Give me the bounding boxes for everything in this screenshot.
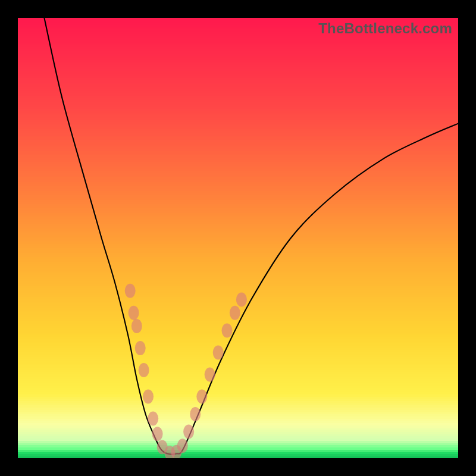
bottleneck-curve bbox=[44, 18, 458, 455]
bead-marker bbox=[183, 425, 194, 439]
bead-marker bbox=[196, 389, 207, 403]
chart-frame: TheBottleneck.com bbox=[0, 0, 476, 476]
bead-marker bbox=[152, 427, 163, 441]
bead-marker bbox=[222, 323, 233, 337]
plot-area: TheBottleneck.com bbox=[18, 18, 458, 458]
bead-marker bbox=[236, 293, 247, 307]
bead-marker bbox=[205, 367, 215, 381]
bead-markers bbox=[125, 284, 247, 458]
curve-layer bbox=[18, 18, 458, 458]
bead-marker bbox=[125, 284, 136, 298]
bead-marker bbox=[139, 363, 149, 377]
bead-marker bbox=[129, 306, 139, 320]
bead-marker bbox=[230, 306, 240, 320]
watermark-text: TheBottleneck.com bbox=[318, 20, 452, 37]
bead-marker bbox=[213, 345, 224, 359]
bead-marker bbox=[177, 439, 188, 453]
bead-marker bbox=[190, 407, 201, 421]
bead-marker bbox=[135, 341, 146, 355]
bead-marker bbox=[143, 389, 154, 403]
bead-marker bbox=[148, 411, 158, 425]
bead-marker bbox=[131, 319, 142, 333]
